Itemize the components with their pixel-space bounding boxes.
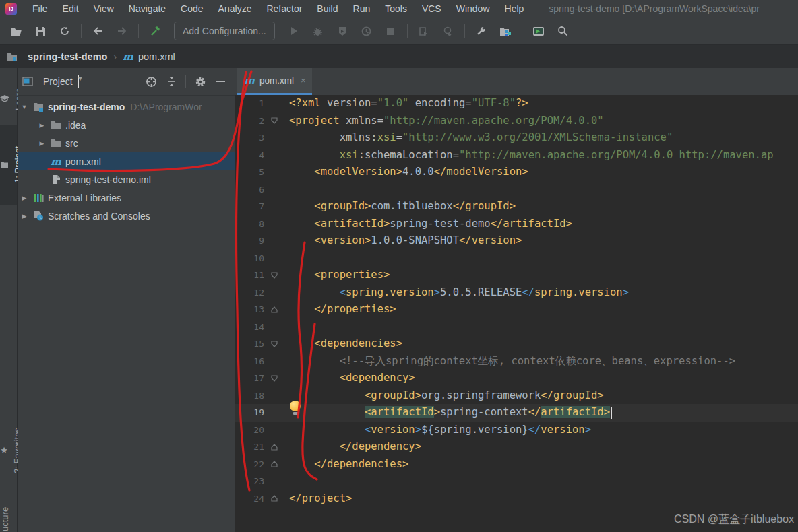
debug-icon[interactable] (309, 22, 328, 40)
menu-edit[interactable]: Edit (55, 1, 86, 16)
coverage-icon[interactable] (333, 22, 352, 40)
code-text: <artifactId>spring-context</artifactId> (282, 404, 612, 422)
tree-item-spring-test-demo-iml[interactable]: spring-test-demo.iml (18, 170, 235, 189)
sync-icon[interactable] (55, 22, 74, 40)
tool-window-button-1-project[interactable]: 1: Project (0, 125, 17, 205)
project-folder-icon (0, 162, 9, 169)
tool-window-button-2-favorites[interactable]: ★2: Favorites (0, 403, 17, 498)
tree-right-arrow-icon[interactable]: ▶ (38, 140, 46, 147)
search-icon[interactable] (553, 22, 572, 40)
fold-down-icon[interactable] (267, 267, 282, 284)
fold-gutter (267, 198, 282, 215)
update-app-icon[interactable] (439, 22, 458, 40)
maven-icon: m (244, 75, 255, 87)
maven-icon: m (50, 156, 62, 167)
menu-code[interactable]: Code (173, 1, 210, 16)
fold-up-icon[interactable] (267, 438, 282, 456)
save-icon[interactable] (31, 22, 50, 40)
fold-down-icon[interactable] (267, 335, 282, 353)
breadcrumb-file[interactable]: pom.xml (138, 51, 175, 62)
menu-run[interactable]: Run (346, 1, 378, 16)
fold-gutter (267, 164, 282, 181)
line-number: 23 (235, 476, 267, 486)
fold-down-icon[interactable] (267, 112, 282, 130)
close-icon[interactable]: × (301, 75, 306, 86)
menu-view[interactable]: View (86, 1, 121, 16)
line-number: 22 (235, 459, 267, 469)
menu-navigate[interactable]: Navigate (121, 1, 173, 16)
open-folder-icon[interactable] (7, 22, 26, 40)
fold-up-icon[interactable] (267, 456, 282, 473)
run-icon[interactable] (284, 22, 303, 40)
tab-pom-xml[interactable]: m pom.xml × (237, 68, 312, 93)
tree-item-label: External Libraries (48, 193, 121, 203)
libraries-icon (32, 193, 44, 203)
project-folder-icon (4, 48, 20, 65)
fold-gutter (267, 129, 282, 147)
chevron-down-icon[interactable]: ▼ (78, 75, 79, 88)
build-hammer-icon[interactable] (146, 22, 164, 40)
fold-gutter (267, 353, 282, 370)
learn-icon (0, 96, 9, 103)
breadcrumb-separator: › (113, 51, 117, 62)
terminal-run-icon[interactable] (529, 22, 548, 40)
tree-right-arrow-icon[interactable]: ▶ (38, 122, 46, 129)
menu-build[interactable]: Build (309, 1, 345, 16)
folder-icon (50, 138, 62, 149)
hide-icon[interactable] (212, 73, 228, 90)
tool-window-button-learn[interactable]: Learn (0, 71, 17, 127)
code-text: <dependencies> (282, 335, 402, 353)
tree-item-pom-xml[interactable]: mpom.xml (18, 152, 235, 170)
forward-icon[interactable] (113, 22, 131, 40)
line-number: 17 (235, 373, 267, 383)
breadcrumb-project[interactable]: spring-test-demo (28, 51, 107, 62)
intention-bulb-icon[interactable] (290, 401, 302, 415)
code-editor[interactable]: 1<?xml version="1.0" encoding="UTF-8"?>2… (235, 95, 798, 532)
toolbar-separator (138, 24, 139, 38)
menu-vcs[interactable]: VCS (415, 1, 449, 16)
code-line-4: 4 xsi:schemaLocation="http://maven.apach… (235, 147, 798, 164)
tree-down-arrow-icon[interactable]: ▼ (20, 104, 28, 110)
ide-window: { "window": { "title": "spring-test-demo… (0, 0, 798, 532)
code-text: <dependency> (282, 370, 415, 387)
line-number: 20 (235, 425, 267, 435)
menu-help[interactable]: Help (497, 1, 532, 16)
menu-analyze[interactable]: Analyze (211, 1, 259, 16)
menu-tools[interactable]: Tools (377, 1, 415, 16)
code-line-5: 5 <modelVersion>4.0.0</modelVersion> (235, 164, 798, 181)
fold-down-icon[interactable] (267, 370, 282, 387)
profiler-icon[interactable] (357, 22, 376, 40)
menu-file[interactable]: File (25, 1, 55, 16)
tree-item-label: .idea (65, 120, 86, 131)
collapse-all-icon[interactable] (163, 73, 179, 90)
line-number: 21 (235, 442, 267, 452)
run-context-icon[interactable] (415, 22, 433, 40)
back-icon[interactable] (88, 22, 107, 40)
line-number: 18 (235, 391, 267, 401)
tree-item-label: src (65, 138, 78, 149)
project-structure-icon[interactable] (496, 22, 515, 40)
tree-item-label: spring-test-demoD:\AProgramWor (48, 102, 202, 112)
fold-up-icon[interactable] (267, 301, 282, 319)
tree-item-src[interactable]: ▶src (18, 134, 235, 152)
code-line-2: 2<project xmlns="http://maven.apache.org… (235, 112, 798, 130)
tab-label: pom.xml (259, 75, 294, 86)
locate-icon[interactable] (143, 73, 159, 90)
tree-item-scratches-and-consoles[interactable]: ▶Scratches and Consoles (18, 207, 235, 225)
window-title: spring-test-demo [D:\AProgramWorkSpace\i… (549, 3, 760, 14)
tree-right-arrow-icon[interactable]: ▶ (20, 213, 28, 220)
code-text: <spring.version>5.0.5.RELEASE</spring.ve… (282, 284, 629, 302)
add-configuration-dropdown[interactable]: Add Configuration... (174, 22, 275, 40)
tree-item-spring-test-demo[interactable]: ▼spring-test-demoD:\AProgramWor (18, 98, 235, 116)
fold-up-icon[interactable] (267, 490, 282, 508)
project-panel-title[interactable]: Project (43, 76, 73, 87)
tree-item--idea[interactable]: ▶.idea (18, 116, 235, 134)
stop-icon[interactable] (381, 22, 400, 40)
menu-window[interactable]: Window (449, 1, 497, 16)
wrench-icon[interactable] (472, 22, 491, 40)
tree-item-external-libraries[interactable]: ▶External Libraries (18, 189, 235, 207)
tool-window-button-ucture[interactable]: ucture (0, 496, 17, 532)
gear-icon[interactable] (192, 73, 208, 90)
tree-right-arrow-icon[interactable]: ▶ (20, 195, 28, 201)
menu-refactor[interactable]: Refactor (259, 1, 309, 16)
